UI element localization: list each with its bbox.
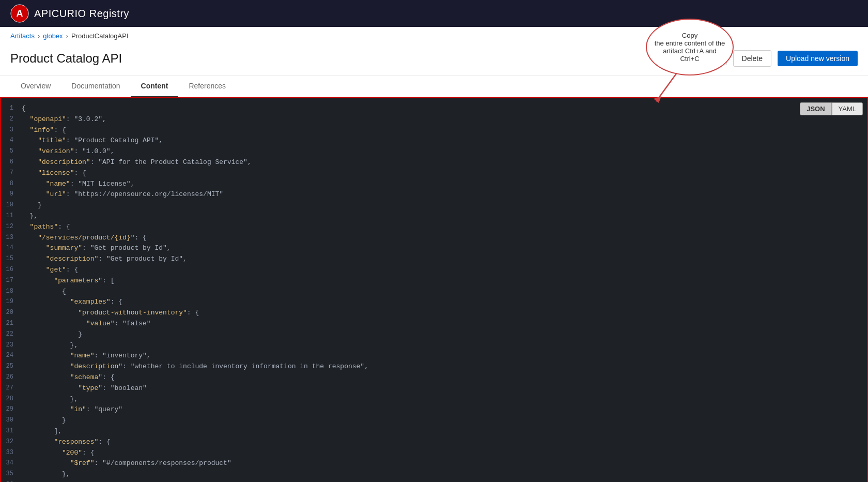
app-header: A APICURIO Registry <box>0 0 868 27</box>
line-number: 10 <box>1 200 22 211</box>
code-line: 3 "info": { <box>1 125 867 136</box>
line-number: 27 <box>1 383 22 394</box>
yaml-format-button[interactable]: YAML <box>832 102 863 115</box>
code-editor[interactable]: 1{2 "openapi": "3.0.2",3 "info": {4 "tit… <box>1 98 867 482</box>
line-number: 17 <box>1 276 22 287</box>
line-content: } <box>22 200 42 211</box>
line-number: 8 <box>1 179 22 190</box>
tab-content[interactable]: Content <box>131 76 179 97</box>
line-number: 4 <box>1 135 22 146</box>
line-content: "info": { <box>22 125 66 136</box>
upload-new-version-button[interactable]: Upload new version <box>778 51 858 66</box>
code-line: 31 ], <box>1 426 867 437</box>
line-content: "/services/product/{id}": { <box>22 233 147 244</box>
app-logo-icon: A <box>10 4 29 23</box>
code-line: 2 "openapi": "3.0.2", <box>1 114 867 125</box>
code-line: 30 } <box>1 415 867 426</box>
tabs: Overview Documentation Content Reference… <box>0 76 868 97</box>
tab-documentation[interactable]: Documentation <box>61 76 130 97</box>
code-line: 4 "title": "Product Catalog API", <box>1 135 867 146</box>
svg-marker-3 <box>654 96 661 103</box>
json-format-button[interactable]: JSON <box>800 102 831 115</box>
line-number: 15 <box>1 254 22 265</box>
code-line: 28 }, <box>1 394 867 405</box>
content-area: JSON YAML 1{2 "openapi": "3.0.2",3 "info… <box>0 97 868 482</box>
code-line: 33 "200": { <box>1 448 867 459</box>
line-content: "$ref": "#/components/responses/product" <box>22 458 231 469</box>
line-content: } <box>22 329 82 340</box>
line-number: 22 <box>1 329 22 340</box>
code-line: 18 { <box>1 287 867 297</box>
code-line: 25 "description": "whether to include in… <box>1 362 867 372</box>
line-number: 13 <box>1 233 22 244</box>
line-number: 7 <box>1 168 22 179</box>
line-content: "description": "API for the Product Cata… <box>22 157 252 168</box>
logo: A APICURIO Registry <box>10 4 129 23</box>
code-line: 23 }, <box>1 340 867 351</box>
code-line: 19 "examples": { <box>1 297 867 308</box>
line-number: 9 <box>1 189 22 200</box>
line-number: 2 <box>1 114 22 125</box>
line-number: 20 <box>1 308 22 319</box>
line-content: "parameters": [ <box>22 276 114 287</box>
code-line: 35 }, <box>1 469 867 480</box>
breadcrumb-current: ProductCatalogAPI <box>71 32 129 40</box>
line-number: 26 <box>1 372 22 383</box>
line-content: }, <box>22 394 78 405</box>
code-line: 26 "schema": { <box>1 372 867 383</box>
breadcrumb-artifacts[interactable]: Artifacts <box>10 32 35 40</box>
delete-button[interactable]: Delete <box>733 50 771 67</box>
tab-overview[interactable]: Overview <box>10 76 61 97</box>
tabs-container: Overview Documentation Content Reference… <box>0 76 868 97</box>
code-line: 1{ <box>1 103 867 114</box>
line-content: "type": "boolean" <box>22 383 147 394</box>
tab-references[interactable]: References <box>178 76 236 97</box>
breadcrumb: Artifacts › globex › ProductCatalogAPI <box>0 27 868 45</box>
line-content: "name": "inventory", <box>22 351 151 362</box>
page-title: Product Catalog API <box>10 51 122 66</box>
line-number: 32 <box>1 437 22 448</box>
code-line: 17 "parameters": [ <box>1 276 867 287</box>
line-content: "license": { <box>22 168 86 179</box>
callout-container: Copythe entire content of theartifact Ct… <box>646 19 734 76</box>
callout-text: Copythe entire content of theartifact Ct… <box>655 32 725 63</box>
line-number: 5 <box>1 146 22 157</box>
line-content: "examples": { <box>22 297 122 308</box>
line-number: 3 <box>1 125 22 136</box>
line-content: "openapi": "3.0.2", <box>22 114 106 125</box>
line-number: 16 <box>1 265 22 276</box>
line-number: 25 <box>1 362 22 372</box>
callout-bubble: Copythe entire content of theartifact Ct… <box>646 19 734 76</box>
line-content: { <box>22 287 66 297</box>
code-line: 29 "in": "query" <box>1 404 867 415</box>
code-line: 6 "description": "API for the Product Ca… <box>1 157 867 168</box>
code-line: 15 "description": "Get product by Id", <box>1 254 867 265</box>
app-title: APICURIO Registry <box>34 8 129 20</box>
line-number: 34 <box>1 458 22 469</box>
code-line: 20 "product-without-inventory": { <box>1 308 867 319</box>
line-number: 18 <box>1 287 22 297</box>
line-number: 6 <box>1 157 22 168</box>
page-header: Product Catalog API Version: latest ▼ De… <box>0 45 868 76</box>
line-content: "in": "query" <box>22 404 122 415</box>
line-number: 19 <box>1 297 22 308</box>
breadcrumb-sep-2: › <box>66 32 68 40</box>
line-number: 30 <box>1 415 22 426</box>
code-line: 27 "type": "boolean" <box>1 383 867 394</box>
code-line: 11 }, <box>1 211 867 222</box>
line-number: 1 <box>1 103 22 114</box>
line-content: "value": "false" <box>22 319 151 329</box>
line-content: "version": "1.0.0", <box>22 146 114 157</box>
line-content: "paths": { <box>22 222 70 233</box>
line-content: "title": "Product Catalog API", <box>22 135 163 146</box>
line-number: 33 <box>1 448 22 459</box>
line-content: "description": "Get product by Id", <box>22 254 187 265</box>
code-line: 8 "name": "MIT License", <box>1 179 867 190</box>
breadcrumb-globex[interactable]: globex <box>43 32 63 40</box>
code-line: 32 "responses": { <box>1 437 867 448</box>
line-content: "name": "MIT License", <box>22 179 134 190</box>
line-content: }, <box>22 340 78 351</box>
line-number: 11 <box>1 211 22 222</box>
line-content: "404": { <box>22 480 94 482</box>
code-line: 12 "paths": { <box>1 222 867 233</box>
